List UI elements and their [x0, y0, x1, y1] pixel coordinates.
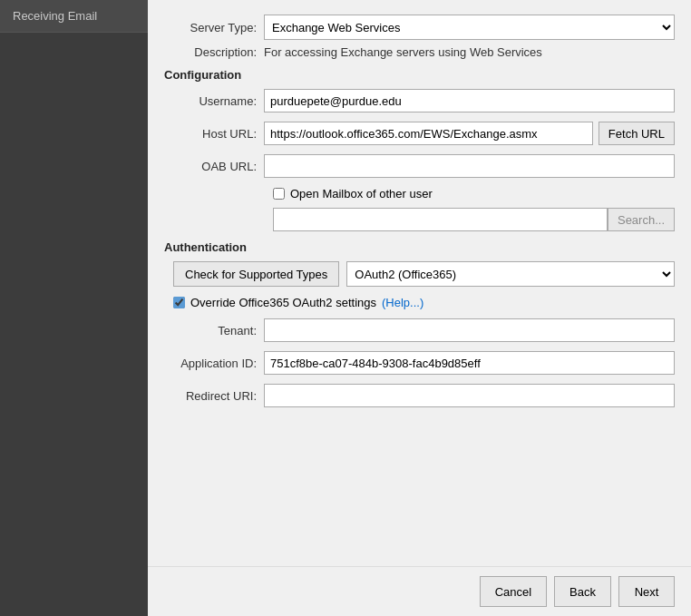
- redirect-uri-label: Redirect URI:: [164, 389, 264, 403]
- server-type-row: Server Type: Exchange Web Services: [164, 15, 675, 40]
- host-url-input[interactable]: [264, 122, 593, 145]
- fetch-url-button[interactable]: Fetch URL: [599, 122, 675, 145]
- check-supported-types-button[interactable]: Check for Supported Types: [173, 261, 339, 287]
- oab-url-label: OAB URL:: [164, 160, 264, 173]
- main-content: Server Type: Exchange Web Services Descr…: [148, 0, 691, 616]
- host-url-row: Host URL: Fetch URL: [164, 122, 675, 145]
- form-area: Server Type: Exchange Web Services Descr…: [148, 0, 691, 566]
- oauth-select[interactable]: OAuth2 (Office365): [346, 261, 675, 287]
- redirect-uri-row: Redirect URI:: [164, 384, 675, 407]
- auth-buttons-row: Check for Supported Types OAuth2 (Office…: [173, 261, 675, 287]
- host-url-label: Host URL:: [164, 127, 264, 141]
- search-row: Search...: [273, 208, 675, 231]
- sidebar: Receiving Email: [0, 0, 148, 616]
- override-checkbox[interactable]: [173, 297, 185, 308]
- username-input[interactable]: [264, 89, 675, 112]
- cancel-button[interactable]: Cancel: [480, 576, 547, 607]
- sidebar-item-label: Receiving Email: [13, 9, 97, 23]
- redirect-uri-input[interactable]: [264, 384, 675, 407]
- tenant-label: Tenant:: [164, 324, 264, 337]
- oab-url-row: OAB URL:: [164, 154, 675, 178]
- help-link[interactable]: (Help...): [382, 296, 423, 309]
- oab-url-input[interactable]: [264, 154, 675, 178]
- override-row: Override Office365 OAuth2 settings (Help…: [173, 296, 675, 309]
- app-id-label: Application ID:: [164, 357, 264, 370]
- authentication-section: Authentication Check for Supported Types…: [164, 240, 675, 407]
- authentication-section-title: Authentication: [164, 240, 675, 254]
- tenant-input[interactable]: [264, 318, 675, 342]
- configuration-section-title: Configuration: [164, 68, 675, 82]
- search-button[interactable]: Search...: [608, 208, 675, 231]
- server-type-label: Server Type:: [164, 21, 264, 34]
- search-input[interactable]: [273, 208, 608, 231]
- next-button[interactable]: Next: [618, 576, 675, 607]
- back-button[interactable]: Back: [554, 576, 611, 607]
- description-label: Description:: [164, 45, 264, 59]
- server-type-select[interactable]: Exchange Web Services: [264, 15, 675, 40]
- app-id-input[interactable]: [264, 351, 675, 375]
- description-row: Description: For accessing Exchange serv…: [164, 45, 675, 59]
- username-label: Username:: [164, 94, 264, 108]
- footer: Cancel Back Next: [148, 566, 691, 616]
- sidebar-item-receiving-email[interactable]: Receiving Email: [0, 0, 148, 33]
- app-id-row: Application ID:: [164, 351, 675, 375]
- description-text: For accessing Exchange servers using Web…: [264, 45, 542, 59]
- open-mailbox-row: Open Mailbox of other user: [273, 187, 675, 200]
- tenant-row: Tenant:: [164, 318, 675, 342]
- override-label: Override Office365 OAuth2 settings: [190, 296, 376, 309]
- open-mailbox-label: Open Mailbox of other user: [290, 187, 433, 200]
- open-mailbox-checkbox[interactable]: [273, 188, 285, 200]
- username-row: Username:: [164, 89, 675, 112]
